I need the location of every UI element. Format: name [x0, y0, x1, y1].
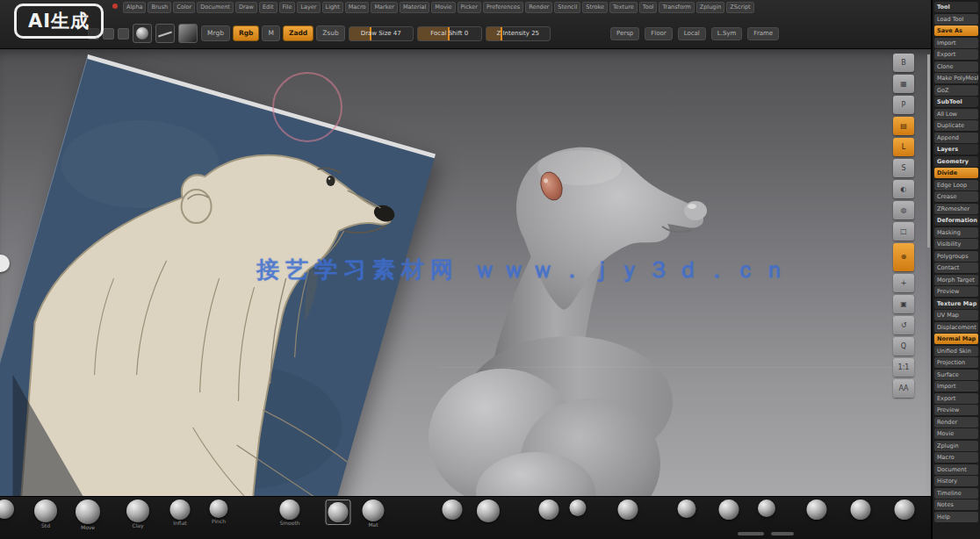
stroke-thumbnail[interactable]	[155, 24, 175, 43]
material-sphere[interactable]	[0, 499, 14, 519]
shelf-btn-floor[interactable]: Floor	[645, 27, 672, 40]
shelf-btn-local[interactable]: Local	[678, 27, 706, 40]
tray-row-make-polymesh3d[interactable]: Make PolyMesh3D	[934, 73, 978, 83]
menu-zplugin[interactable]: Zplugin	[696, 2, 725, 13]
menu-edit[interactable]: Edit	[259, 2, 277, 13]
menu-render[interactable]: Render	[525, 2, 552, 13]
material-sphere[interactable]: Pinch	[210, 499, 228, 524]
material-sphere[interactable]	[326, 499, 351, 525]
menu-transform[interactable]: Transform	[659, 2, 694, 13]
ghost-icon[interactable]: ◍	[893, 201, 914, 219]
tray-row-preview[interactable]: Preview	[934, 286, 978, 297]
tray-row-macro[interactable]: Macro	[934, 452, 978, 463]
tray-row-clone[interactable]: Clone	[934, 61, 978, 72]
brush-thumbnail[interactable]	[133, 24, 152, 43]
tray-row-append[interactable]: Append	[934, 133, 978, 143]
flip-tool-icon[interactable]	[118, 28, 129, 40]
menu-draw[interactable]: Draw	[235, 2, 257, 13]
menu-macro[interactable]: Macro	[345, 2, 370, 13]
tray-scrollbar[interactable]	[927, 54, 930, 248]
solo-icon[interactable]: □	[893, 222, 914, 241]
actual-size-icon[interactable]: 1:1	[893, 358, 914, 377]
tray-row-zremesher[interactable]: ZRemesher	[934, 204, 978, 214]
tray-row-texture-map[interactable]: Texture Map	[934, 298, 978, 309]
transp-icon[interactable]: ◐	[893, 180, 914, 198]
tray-row-layers[interactable]: Layers	[934, 144, 978, 155]
tray-row-save-as[interactable]: Save As	[934, 25, 978, 36]
material-sphere[interactable]	[719, 499, 739, 520]
menu-marker[interactable]: Marker	[371, 2, 397, 13]
menu-movie[interactable]: Movie	[431, 2, 455, 13]
tray-row-notes[interactable]: Notes	[934, 499, 978, 510]
tray-row-document[interactable]: Document	[934, 464, 978, 475]
menu-alpha[interactable]: Alpha	[123, 2, 146, 13]
slider-z-intensity[interactable]: Z Intensity 25	[486, 26, 551, 41]
tray-row-history[interactable]: History	[934, 476, 978, 486]
tray-row-contact[interactable]: Contact	[934, 262, 978, 273]
tray-row-render[interactable]: Render	[934, 417, 978, 428]
tray-row-export[interactable]: Export	[934, 49, 978, 60]
material-sphere[interactable]	[807, 499, 827, 520]
tray-row-help[interactable]: Help	[934, 512, 978, 522]
mini-slider[interactable]	[738, 532, 764, 535]
tray-row-load-tool[interactable]: Load Tool	[934, 14, 978, 25]
tray-row-masking[interactable]: Masking	[934, 227, 978, 238]
material-sphere[interactable]	[570, 499, 587, 516]
tray-row-timeline[interactable]: Timeline	[934, 488, 978, 499]
tray-row-visibility[interactable]: Visibility	[934, 239, 978, 249]
material-sphere[interactable]	[895, 499, 915, 520]
sculpt-canvas[interactable]: 接艺学习素材网 ｗｗｗ．ｊｙ３ｄ．ｃｎ B▦P▤LS◐◍□⊕+▣↺Q1:1AA	[0, 49, 931, 496]
tray-row-export[interactable]: Export	[934, 393, 978, 404]
tray-row-zplugin[interactable]: Zplugin	[934, 441, 978, 451]
material-sphere[interactable]	[443, 499, 463, 520]
tray-row-crease[interactable]: Crease	[934, 191, 978, 202]
shelf-btn-l-sym[interactable]: L.Sym	[711, 27, 743, 40]
slider-focal-shift[interactable]: Focal Shift 0	[417, 26, 482, 41]
material-sphere[interactable]	[678, 499, 696, 518]
material-sphere[interactable]: Move	[76, 499, 100, 530]
menu-stencil[interactable]: Stencil	[554, 2, 580, 13]
tray-row-movie[interactable]: Movie	[934, 428, 978, 439]
tray-row-polygroups[interactable]: Polygroups	[934, 251, 978, 262]
toggle-mrgb[interactable]: Mrgb	[201, 25, 230, 41]
material-sphere[interactable]: Std	[34, 499, 57, 528]
alpha-thumbnail[interactable]	[178, 24, 198, 43]
tray-row-duplicate[interactable]: Duplicate	[934, 120, 978, 131]
menu-brush[interactable]: Brush	[148, 2, 171, 13]
tray-row-surface[interactable]: Surface	[934, 370, 978, 380]
toggle-zsub[interactable]: Zsub	[316, 25, 345, 41]
move-icon[interactable]: +	[893, 274, 914, 292]
menu-color[interactable]: Color	[173, 2, 195, 13]
tray-row-goz[interactable]: GoZ	[934, 85, 978, 96]
persp-icon[interactable]: P	[893, 96, 914, 114]
slider-draw-size[interactable]: Draw Size 47	[349, 26, 414, 41]
material-sphere[interactable]: Inflat	[170, 499, 191, 526]
menu-preferences[interactable]: Preferences	[483, 2, 523, 13]
material-sphere[interactable]	[539, 499, 559, 520]
menu-document[interactable]: Document	[197, 2, 234, 13]
scale-icon[interactable]: ▣	[893, 295, 914, 313]
render-mode-icon[interactable]: ▦	[893, 75, 914, 93]
tray-row-normal-map[interactable]: Normal Map	[934, 334, 978, 344]
tray-row-import[interactable]: Import	[934, 381, 978, 392]
toggle-zadd[interactable]: Zadd	[283, 25, 313, 41]
bpr-icon[interactable]: B	[893, 54, 914, 72]
aa-half-icon[interactable]: AA	[893, 379, 914, 398]
menu-material[interactable]: Material	[400, 2, 429, 13]
menu-texture[interactable]: Texture	[609, 2, 638, 13]
tray-row-tool[interactable]: Tool	[934, 2, 978, 12]
material-sphere[interactable]	[851, 499, 871, 520]
menu-picker[interactable]: Picker	[458, 2, 481, 13]
material-sphere[interactable]: Clay	[126, 499, 149, 528]
zoom-tool-icon[interactable]	[103, 28, 114, 40]
toggle-rgb[interactable]: Rgb	[233, 25, 260, 41]
rotate-icon[interactable]: ↺	[893, 316, 914, 334]
menu-file[interactable]: File	[279, 2, 296, 13]
tray-row-unified-skin[interactable]: Unified Skin	[934, 346, 978, 356]
toggle-m[interactable]: M	[262, 25, 279, 41]
material-sphere[interactable]	[618, 499, 638, 520]
tray-row-all-low[interactable]: All Low	[934, 109, 978, 119]
tray-row-uv-map[interactable]: UV Map	[934, 310, 978, 320]
tray-row-subtool[interactable]: SubTool	[934, 97, 978, 107]
material-sphere[interactable]	[758, 499, 775, 517]
